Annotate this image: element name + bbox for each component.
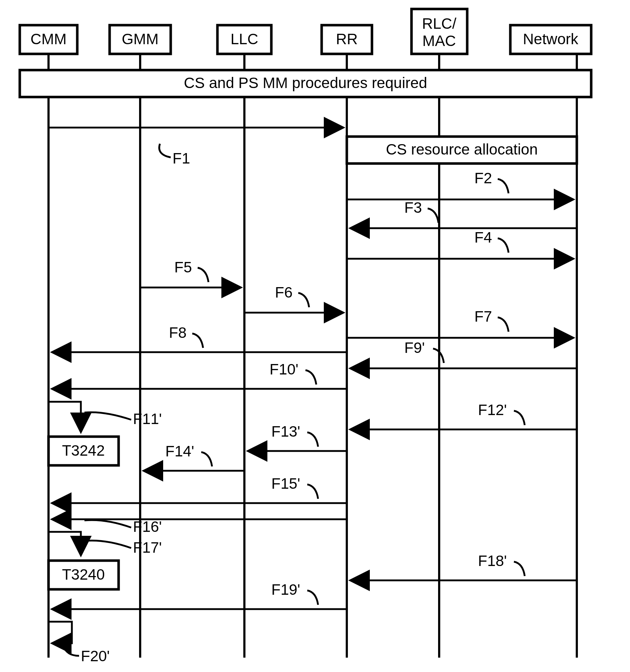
msg-label: F4 xyxy=(474,229,492,246)
msg-label: F15' xyxy=(271,475,300,492)
msg-label: F11' xyxy=(133,410,162,427)
msg-F20p xyxy=(49,622,72,643)
participant-label: GMM xyxy=(122,31,159,47)
msg-F17p xyxy=(49,532,81,555)
msg-label: F17' xyxy=(133,539,162,556)
participant-label: RLC/ xyxy=(422,15,456,32)
msg-label: F12' xyxy=(478,401,507,418)
msg-label: F13' xyxy=(271,423,300,440)
sequence-diagram: CMM GMM LLC RR RLC/ MAC Network CS and P… xyxy=(0,0,630,672)
participant-label: CMM xyxy=(31,31,66,47)
msg-label: F18' xyxy=(478,552,507,569)
title-label: CS and PS MM procedures required xyxy=(184,74,427,91)
msg-label: F5 xyxy=(174,259,192,276)
msg-label: F10' xyxy=(270,361,298,378)
timer-label: T3242 xyxy=(62,442,105,459)
msg-label: F3 xyxy=(404,199,422,216)
participant-label: MAC xyxy=(422,32,456,49)
msg-label: F16' xyxy=(133,518,162,535)
msg-label: F6 xyxy=(275,284,293,301)
participant-label: RR xyxy=(336,31,358,47)
participant-label: LLC xyxy=(230,31,258,47)
msg-label: F9' xyxy=(404,339,425,356)
msg-label: F19' xyxy=(271,581,300,598)
timer-label: T3240 xyxy=(62,566,105,583)
msg-label: F8 xyxy=(169,324,187,341)
msg-label: F20' xyxy=(81,648,110,664)
msg-label: F7 xyxy=(474,308,492,325)
msg-label: F1 xyxy=(173,150,190,167)
msg-label: F14' xyxy=(165,443,194,460)
msg-F11p xyxy=(49,402,81,432)
cs-label: CS resource allocation xyxy=(386,141,538,158)
msg-label: F2 xyxy=(474,170,492,187)
participant-label: Network xyxy=(523,31,579,47)
